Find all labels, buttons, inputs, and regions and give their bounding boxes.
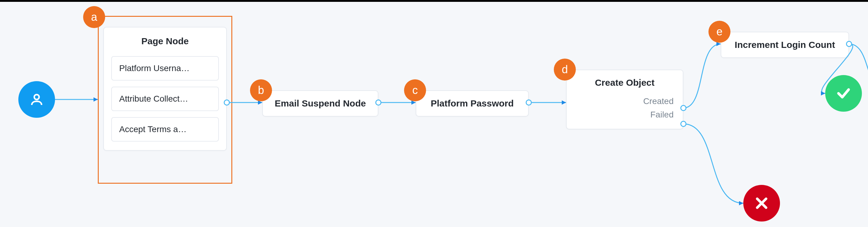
check-icon <box>836 86 851 101</box>
flow-diagram: Page Node Platform Userna… Attribute Col… <box>0 2 868 227</box>
start-node[interactable] <box>18 81 55 118</box>
node-c-output-port[interactable] <box>526 100 532 106</box>
badge-a: a <box>83 6 105 28</box>
connector-d-created-to-e <box>683 44 721 108</box>
page-node-item[interactable]: Platform Userna… <box>111 56 219 81</box>
increment-login-count-node[interactable]: Increment Login Count <box>721 32 849 58</box>
page-node-item[interactable]: Attribute Collect… <box>111 87 219 111</box>
platform-password-node[interactable]: Platform Password <box>416 90 529 117</box>
page-node-item[interactable]: Accept Terms a… <box>111 117 219 142</box>
connector-d-failed-to-fail <box>683 124 743 203</box>
arrow-d-failed-to-fail <box>739 201 743 205</box>
page-node-title: Page Node <box>111 36 219 46</box>
node-e-output-port[interactable] <box>846 41 852 47</box>
node-b-output-port[interactable] <box>375 100 381 106</box>
user-icon <box>29 92 44 107</box>
node-d-output-failed: Failed <box>576 108 674 121</box>
svg-point-0 <box>34 94 39 100</box>
x-icon <box>754 196 769 211</box>
arrow-c-to-d <box>562 100 566 105</box>
node-title: Increment Login Count <box>731 40 839 50</box>
badge-e: e <box>709 21 731 43</box>
page-node[interactable]: Page Node Platform Userna… Attribute Col… <box>103 27 227 151</box>
node-d-created-port[interactable] <box>680 105 686 111</box>
email-suspend-node[interactable]: Email Suspend Node <box>262 90 378 117</box>
node-title: Create Object <box>576 77 674 88</box>
arrow-e-to-success <box>821 91 825 96</box>
node-d-failed-port[interactable] <box>680 121 686 127</box>
node-title: Platform Password <box>426 98 519 109</box>
badge-c: c <box>404 79 426 101</box>
node-title: Email Suspend Node <box>272 98 369 109</box>
page-node-output-port[interactable] <box>224 100 230 106</box>
badge-d: d <box>554 59 576 81</box>
success-node[interactable] <box>825 75 862 112</box>
node-d-output-created: Created <box>576 94 674 108</box>
arrow-start-to-a <box>94 97 98 102</box>
badge-b: b <box>250 79 272 101</box>
create-object-node[interactable]: Create Object Created Failed <box>566 70 683 129</box>
fail-node[interactable] <box>743 185 780 222</box>
